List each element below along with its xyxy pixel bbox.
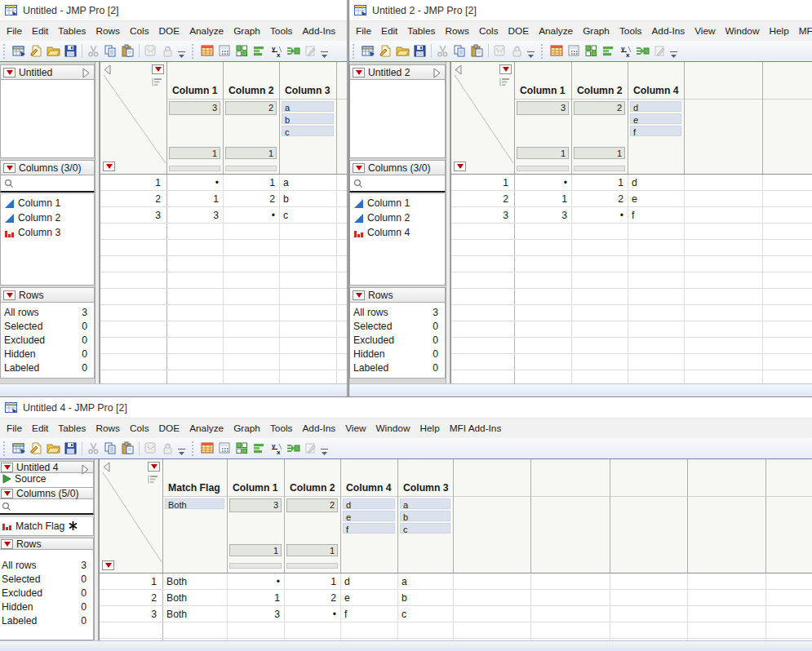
cell-empty[interactable]	[763, 240, 812, 255]
row-number[interactable]	[100, 321, 167, 337]
cell[interactable]: •	[224, 207, 280, 223]
toolbar-group-handle[interactable]	[192, 441, 197, 456]
header-summary-max[interactable]: 3	[169, 101, 220, 115]
cell-empty[interactable]	[763, 321, 812, 337]
menu-help[interactable]: Help	[764, 21, 793, 41]
cell[interactable]	[515, 354, 572, 370]
formula-button[interactable]	[566, 42, 583, 60]
menu-analyze[interactable]: Analyze	[534, 21, 578, 41]
save-button[interactable]	[62, 440, 79, 457]
columns-menu-button[interactable]	[148, 462, 160, 472]
menu-tables[interactable]: Tables	[402, 21, 440, 41]
row-number[interactable]	[451, 370, 515, 384]
columns-list-item-column-2[interactable]: Column 2	[350, 210, 445, 225]
formula-button[interactable]	[216, 42, 233, 60]
cell[interactable]	[572, 224, 628, 239]
cell[interactable]	[572, 256, 628, 272]
copy-button[interactable]	[102, 42, 119, 60]
header-summary-min[interactable]: 1	[517, 147, 569, 159]
menu-cols[interactable]: Cols	[125, 21, 154, 41]
cell-empty[interactable]	[337, 289, 347, 304]
cell-empty[interactable]	[454, 622, 531, 638]
header-summary-level[interactable]: f	[343, 523, 395, 534]
cell[interactable]	[628, 370, 685, 384]
cell[interactable]	[167, 338, 224, 353]
cell[interactable]	[167, 321, 224, 337]
header-summary-level[interactable]: Both	[165, 498, 224, 509]
save-button[interactable]	[411, 42, 428, 60]
header-summary-level[interactable]: b	[400, 511, 450, 521]
row-number[interactable]	[451, 289, 515, 304]
menu-doe[interactable]: DOE	[154, 418, 185, 438]
cell[interactable]: d	[628, 175, 685, 190]
cell-empty[interactable]	[685, 370, 763, 384]
columns-search-input[interactable]	[0, 175, 95, 193]
cell[interactable]	[628, 354, 685, 370]
columns-list-item-column-1[interactable]: Column 1	[350, 196, 445, 210]
fit-y-by-x-button[interactable]: yx	[617, 42, 634, 60]
menu-edit[interactable]: Edit	[27, 418, 53, 438]
cell-empty[interactable]	[454, 574, 531, 589]
cell[interactable]	[628, 256, 685, 272]
row-number[interactable]: 2	[100, 590, 163, 605]
cell[interactable]	[515, 338, 572, 353]
sort-order-icon[interactable]	[148, 475, 158, 484]
menu-window[interactable]: Window	[371, 418, 415, 438]
cell[interactable]	[224, 338, 280, 353]
row-number[interactable]	[451, 256, 515, 272]
columns-search-input[interactable]	[0, 499, 94, 515]
cell-empty[interactable]	[688, 590, 766, 605]
row-number[interactable]: 3	[451, 207, 515, 223]
toolbar-overflow-button[interactable]	[319, 441, 330, 457]
paste-button[interactable]	[468, 42, 486, 60]
annotate-button[interactable]	[651, 42, 668, 60]
column-header-column-1[interactable]: Column 131	[167, 62, 224, 174]
rows-menu-button[interactable]	[454, 162, 466, 171]
header-summary-min[interactable]: 1	[229, 544, 282, 556]
cell[interactable]	[515, 272, 572, 288]
cell[interactable]	[515, 256, 572, 272]
row-number[interactable]	[100, 354, 167, 370]
cell[interactable]	[572, 354, 628, 370]
toolbar-group-handle[interactable]	[353, 44, 357, 59]
columns-list-item-column-2[interactable]: Column 2	[1, 210, 94, 225]
menu-cols[interactable]: Cols	[474, 21, 504, 41]
cell[interactable]	[167, 256, 224, 272]
table-script-item[interactable]: Source	[0, 472, 93, 485]
menu-mfi-add-ins[interactable]: MFI Add-Ins	[445, 418, 507, 438]
cell[interactable]	[515, 240, 572, 255]
cell[interactable]	[572, 338, 628, 353]
cell[interactable]	[572, 289, 628, 304]
cell[interactable]: c	[398, 606, 454, 622]
menu-analyze[interactable]: Analyze	[184, 418, 229, 438]
cell-empty[interactable]	[337, 321, 347, 337]
cell-empty[interactable]	[685, 256, 763, 272]
menu-rows[interactable]: Rows	[91, 418, 125, 438]
row-number[interactable]: 3	[100, 207, 167, 223]
cell[interactable]	[572, 240, 628, 255]
cell[interactable]	[515, 305, 572, 321]
panel-expand-icon[interactable]	[82, 68, 91, 78]
cell-empty[interactable]	[763, 207, 812, 223]
cell[interactable]	[167, 272, 224, 288]
columns-panel-menu-button[interactable]	[1, 489, 13, 498]
toolbar-group-handle[interactable]	[192, 44, 197, 59]
row-number[interactable]	[451, 338, 515, 353]
column-header-column-1[interactable]: Column 131	[228, 459, 285, 573]
join-button[interactable]	[285, 440, 302, 457]
column-header-column-2[interactable]: Column 221	[572, 62, 628, 174]
cell[interactable]	[515, 370, 572, 384]
lock-button[interactable]	[508, 42, 526, 60]
cell[interactable]	[224, 289, 280, 304]
cell[interactable]: •	[572, 207, 628, 223]
menu-tools[interactable]: Tools	[615, 21, 647, 41]
header-summary-min[interactable]: 1	[286, 544, 338, 556]
paste-button[interactable]	[119, 440, 136, 457]
copy-button[interactable]	[102, 440, 119, 457]
cell-empty[interactable]	[610, 606, 688, 622]
row-number[interactable]	[100, 240, 167, 255]
menu-doe[interactable]: DOE	[504, 21, 535, 41]
panel-expand-icon[interactable]	[81, 464, 90, 475]
row-number[interactable]	[100, 289, 167, 304]
column-header-column-2[interactable]: Column 221	[285, 459, 341, 573]
